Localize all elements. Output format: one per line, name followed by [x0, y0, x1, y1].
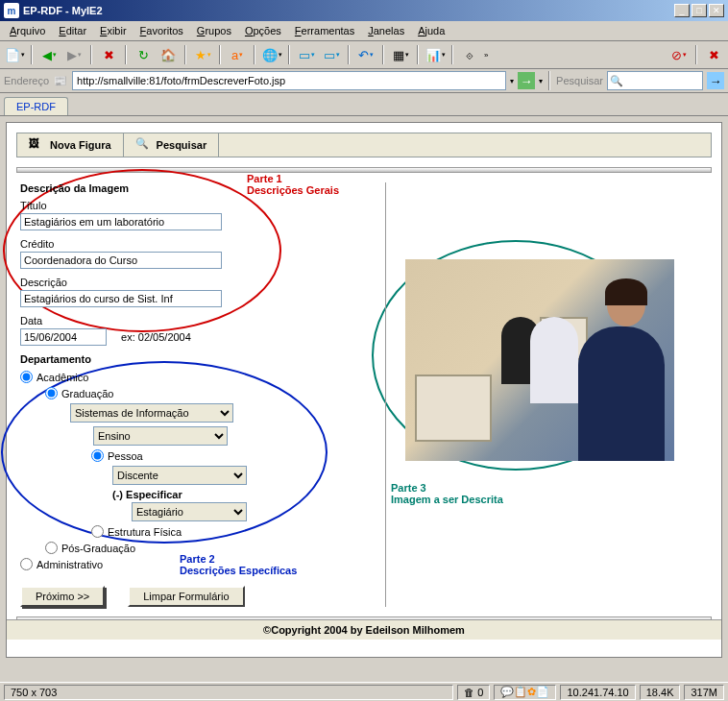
refresh-button[interactable]: ↻ [133, 44, 154, 65]
tab-nova-figura-label: Nova Figura [50, 139, 111, 151]
status-down: 18.4K [640, 685, 681, 700]
data-label: Data [20, 315, 366, 326]
copyright: ©Copyright 2004 by Edeilson Milhomem [7, 619, 721, 640]
address-dropdown-icon[interactable]: ▾ [510, 77, 514, 85]
menu-ajuda[interactable]: Ajuda [412, 23, 450, 38]
window-title: EP-RDF - MyIE2 [23, 5, 674, 16]
globe-button[interactable]: 🌐 [261, 44, 282, 65]
select-discente[interactable]: Discente [112, 466, 247, 485]
favorites-button[interactable]: ★ [192, 44, 213, 65]
select-ensino[interactable]: Ensino [93, 426, 228, 446]
statusbar: 750 x 703 🗑 0 💬 📋 ✿ 📄 10.241.74.10 18.4K… [0, 682, 728, 701]
close-button[interactable]: ✕ [709, 4, 724, 17]
search-input[interactable]: 🔍 [607, 71, 703, 90]
maximize-button[interactable]: □ [692, 4, 707, 17]
home-button[interactable]: 🏠 [158, 44, 179, 65]
pessoa-label: Pessoa [108, 450, 143, 462]
page-icon: 📰 [53, 73, 68, 88]
radio-pessoa[interactable] [91, 449, 104, 462]
trash-icon: 🗑 [464, 687, 474, 698]
agent-button[interactable]: a [227, 44, 248, 65]
data-input[interactable] [20, 328, 107, 346]
credito-label: Crédito [20, 238, 366, 250]
limpar-button[interactable]: Limpar Formulário [128, 586, 244, 607]
radio-graduacao[interactable] [45, 387, 58, 399]
titulo-label: Título [20, 200, 366, 211]
new-button[interactable]: 📄 [4, 44, 25, 65]
go-button[interactable]: → [518, 72, 535, 89]
menu-opcoes[interactable]: Opções [239, 23, 287, 38]
academico-label: Acadêmico [36, 372, 88, 383]
tab-pesquisar-label: Pesquisar [157, 139, 207, 151]
posgrad-label: Pós-Graduação [61, 543, 135, 554]
panel2-button[interactable]: ▭ [321, 44, 342, 65]
magnifier-icon: 🔍 [135, 137, 151, 153]
menu-editar[interactable]: Editar [53, 23, 92, 38]
back-button[interactable]: ◀ [38, 44, 60, 65]
toolbar: 📄 ◀ ▶ ✖ ↻ 🏠 ★ a 🌐 ▭ ▭ ↶ ▦ 📊 ⟐ » ⊘ ✖ [0, 41, 728, 69]
tray-icon2: 📋 [514, 686, 527, 698]
stop-button[interactable]: ✖ [98, 44, 119, 65]
picture-icon: 🖼 [29, 137, 44, 153]
undo-button[interactable]: ↶ [355, 44, 376, 65]
titlebar: m EP-RDF - MyIE2 _ □ ✕ [0, 0, 728, 21]
menu-arquivo[interactable]: Arquivo [4, 23, 51, 38]
menu-grupos[interactable]: Grupos [191, 23, 237, 38]
minimize-button[interactable]: _ [674, 4, 690, 17]
status-trash: 🗑 0 [457, 685, 490, 700]
radio-estrutura[interactable] [91, 525, 104, 538]
search-label: Pesquisar [556, 75, 603, 86]
credito-input[interactable] [20, 252, 222, 269]
menu-exibir[interactable]: Exibir [94, 23, 133, 38]
tray-icon1: 💬 [500, 686, 514, 698]
expand-button[interactable]: ⟐ [459, 44, 480, 65]
address-bar: Endereço 📰 ▾ → ▾ Pesquisar 🔍 → [0, 69, 728, 93]
app-tabs: 🖼 Nova Figura 🔍 Pesquisar [16, 133, 712, 157]
menubar: Arquivo Editar Exibir Favoritos Grupos O… [0, 21, 728, 41]
forward-button[interactable]: ▶ [63, 44, 85, 65]
descricao-label: Descrição [20, 277, 366, 288]
data-example: ex: 02/05/2004 [121, 331, 191, 343]
estrutura-label: Estrutura Física [108, 526, 182, 538]
select-estagiario[interactable]: Estagiário [132, 502, 247, 521]
radio-posgrad[interactable] [45, 542, 58, 554]
grid-button[interactable]: ▦ [390, 44, 411, 65]
section-title: Descrição da Imagem [20, 182, 366, 194]
app-icon: m [4, 3, 19, 18]
form-left: Descrição da Imagem Título Crédito Descr… [20, 182, 366, 607]
especificar-label[interactable]: (-) Especificar [112, 489, 182, 500]
close2-button[interactable]: ✖ [703, 44, 724, 65]
status-dims: 750 x 703 [4, 685, 453, 700]
address-menu-icon[interactable]: ▾ [539, 77, 543, 85]
page-content: 🖼 Nova Figura 🔍 Pesquisar Descrição da I… [6, 122, 722, 658]
tray-icon4: 📄 [536, 686, 549, 698]
address-input[interactable] [72, 71, 506, 90]
search-icon: 🔍 [610, 75, 623, 87]
status-total: 317M [684, 685, 724, 700]
administrativo-label: Administrativo [36, 559, 103, 570]
menu-janelas[interactable]: Janelas [362, 23, 410, 38]
select-sistemas[interactable]: Sistemas de Informação [70, 403, 233, 423]
descricao-input[interactable] [20, 290, 222, 307]
tab-nova-figura[interactable]: 🖼 Nova Figura [17, 133, 124, 157]
radio-academico[interactable] [20, 371, 33, 383]
tab-pesquisar[interactable]: 🔍 Pesquisar [124, 133, 220, 157]
block-button[interactable]: ⊘ [668, 44, 690, 65]
titulo-input[interactable] [20, 213, 222, 230]
search-go-button[interactable]: → [707, 72, 724, 89]
tab-eprdf[interactable]: EP-RDF [4, 97, 68, 115]
proximo-button[interactable]: Próximo >> [20, 586, 105, 607]
browser-tabbar: EP-RDF [0, 93, 728, 116]
status-ip: 10.241.74.10 [560, 685, 635, 700]
form-right [385, 182, 708, 607]
chart-button[interactable]: 📊 [425, 44, 446, 65]
graduacao-label: Graduação [61, 388, 113, 399]
address-label: Endereço [4, 75, 49, 86]
menu-ferramentas[interactable]: Ferramentas [289, 23, 360, 38]
status-tray: 💬 📋 ✿ 📄 [494, 685, 556, 700]
preview-image [405, 259, 674, 461]
menu-favoritos[interactable]: Favoritos [134, 23, 189, 38]
radio-administrativo[interactable] [20, 558, 33, 570]
panel1-button[interactable]: ▭ [296, 44, 317, 65]
departamento-title: Departamento [20, 353, 366, 365]
